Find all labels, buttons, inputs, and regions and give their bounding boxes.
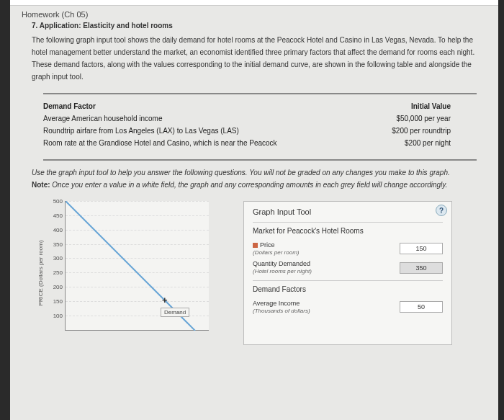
chart-y-axis-label: PRICE (Dollars per room) xyxy=(37,240,44,305)
table-row: Room rate at the Grandiose Hotel and Cas… xyxy=(43,137,451,149)
quantity-row: Quantity Demanded (Hotel rooms per night… xyxy=(253,258,443,277)
chart-plot-area[interactable]: 500 450 400 350 300 250 200 150 100 + De… xyxy=(65,201,209,331)
table-row: Average American household income $50,00… xyxy=(43,112,451,125)
factors-section: Demand Factors Average Income (Thousands… xyxy=(253,280,443,319)
instruction-text: Use the graph input tool to help you ans… xyxy=(22,166,487,179)
price-input[interactable]: 150 xyxy=(400,243,443,254)
page-container: Homework (Ch 05) 7. Application: Elastic… xyxy=(10,0,498,420)
divider-top xyxy=(43,93,477,94)
market-title: Market for Peacock's Hotel Rooms xyxy=(253,227,443,235)
quantity-label: Quantity Demanded (Hotel rooms per night… xyxy=(253,260,312,274)
header-demand-factor: Demand Factor xyxy=(43,102,96,110)
graph-input-tool-panel: ? Graph Input Tool Market for Peacock's … xyxy=(243,201,452,345)
factors-title: Demand Factors xyxy=(253,285,443,293)
topbar-fragment xyxy=(10,0,498,6)
tool-area: PRICE (Dollars per room) 500 450 400 350… xyxy=(43,201,487,345)
income-input[interactable]: 50 xyxy=(400,301,443,313)
demand-chart[interactable]: PRICE (Dollars per room) 500 450 400 350… xyxy=(43,201,230,345)
table-row: Roundtrip airfare from Los Angeles (LAX)… xyxy=(43,125,451,137)
intro-text: The following graph input tool shows the… xyxy=(22,34,487,83)
price-legend-icon xyxy=(253,243,258,248)
income-row: Average Income (Thousands of dollars) 50 xyxy=(253,298,443,316)
income-label: Average Income (Thousands of dollars) xyxy=(253,300,310,314)
homework-title: Homework (Ch 05) xyxy=(22,10,487,19)
demand-line-label[interactable]: Demand xyxy=(161,308,189,317)
quantity-output: 350 xyxy=(400,262,443,274)
header-initial-value: Initial Value xyxy=(357,102,451,110)
market-section: Market for Peacock's Hotel Rooms Price (… xyxy=(253,222,443,280)
crosshair-icon[interactable]: + xyxy=(162,295,168,305)
homework-header: Homework (Ch 05) 7. Application: Elastic… xyxy=(22,6,487,34)
instruction-note: Note: Once you enter a value in a white … xyxy=(22,179,487,191)
help-icon[interactable]: ? xyxy=(436,205,447,216)
demand-factor-table: Demand Factor Initial Value Average Amer… xyxy=(43,100,451,149)
price-label: Price (Dollars per room) xyxy=(253,241,299,256)
problem-title: 7. Application: Elasticity and hotel roo… xyxy=(22,19,487,34)
divider-bottom xyxy=(43,159,477,161)
tool-title: Graph Input Tool xyxy=(253,207,443,216)
table-header-row: Demand Factor Initial Value xyxy=(43,100,451,112)
price-row: Price (Dollars per room) 150 xyxy=(253,239,443,258)
